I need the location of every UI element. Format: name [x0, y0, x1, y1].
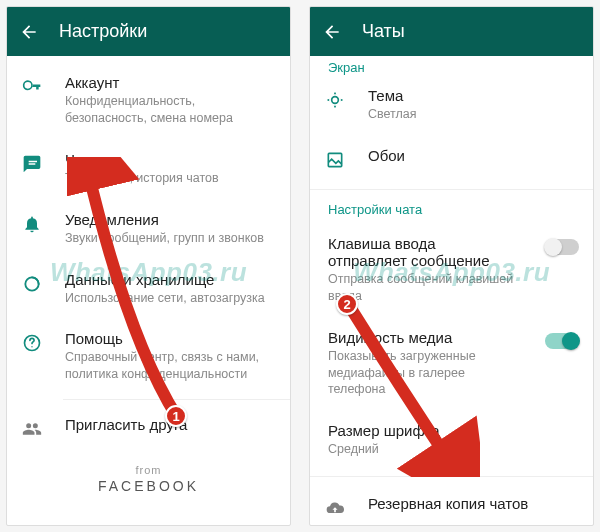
item-label: Пригласить друга — [65, 416, 276, 433]
theme-icon — [324, 89, 346, 111]
item-subtitle: Использование сети, автозагрузка — [65, 290, 276, 307]
item-label: Данные и хранилище — [65, 271, 276, 288]
key-icon — [21, 76, 43, 98]
settings-list: Аккаунт Конфиденциальность, безопасность… — [7, 56, 290, 525]
settings-item-data[interactable]: Данные и хранилище Использование сети, а… — [7, 259, 290, 319]
item-subtitle: Показывать загруженные медиафайлы в гале… — [328, 348, 517, 399]
toggle-media-visibility[interactable] — [545, 333, 579, 349]
wallpaper-icon — [324, 149, 346, 171]
item-label: Помощь — [65, 330, 276, 347]
from-label: from — [7, 464, 290, 476]
theme-row[interactable]: Тема Светлая — [310, 75, 593, 135]
appbar: Настройки — [7, 7, 290, 56]
facebook-label: FACEBOOK — [7, 478, 290, 494]
item-label: Размер шрифта — [328, 422, 579, 439]
cloud-upload-icon — [324, 497, 346, 519]
settings-screen: Настройки Аккаунт Конфиденциальность, бе… — [6, 6, 291, 526]
item-label: Уведомления — [65, 211, 276, 228]
item-subtitle: Справочный центр, связь с нами, политика… — [65, 349, 276, 383]
font-size-row[interactable]: Размер шрифта Средний — [310, 410, 593, 470]
section-chat-settings: Настройки чата — [310, 196, 593, 223]
settings-item-notifications[interactable]: Уведомления Звуки сообщений, групп и зво… — [7, 199, 290, 259]
chats-settings-list: Экран Тема Светлая Обои Настройки чата К… — [310, 56, 593, 525]
svg-point-2 — [31, 346, 32, 347]
item-label: Аккаунт — [65, 74, 276, 91]
wallpaper-row[interactable]: Обои — [310, 135, 593, 183]
item-label: Резервная копия чатов — [368, 495, 579, 512]
appbar: Чаты — [310, 7, 593, 56]
from-facebook: from FACEBOOK — [7, 452, 290, 512]
item-subtitle: Звуки сообщений, групп и звонков — [65, 230, 276, 247]
chat-icon — [21, 153, 43, 175]
data-usage-icon — [21, 273, 43, 295]
appbar-title: Настройки — [59, 21, 147, 42]
item-subtitle: Отправка сообщений клавишей ввода — [328, 271, 517, 305]
toggle-enter-sends[interactable] — [545, 239, 579, 255]
settings-item-invite[interactable]: Пригласить друга — [7, 404, 290, 452]
people-icon — [21, 418, 43, 440]
media-visibility-row[interactable]: Видимость медиа Показывать загруженные м… — [310, 317, 593, 411]
back-icon[interactable] — [19, 22, 39, 42]
back-icon[interactable] — [322, 22, 342, 42]
item-label: Тема — [368, 87, 579, 104]
item-label: Видимость медиа — [328, 329, 517, 346]
bell-icon — [21, 213, 43, 235]
item-subtitle: Тема, обои, история чатов — [65, 170, 276, 187]
item-label: Чаты — [65, 151, 276, 168]
enter-sends-row[interactable]: Клавиша ввода отправляет сообщение Отпра… — [310, 223, 593, 317]
item-value: Светлая — [368, 106, 579, 123]
settings-item-chats[interactable]: Чаты Тема, обои, история чатов — [7, 139, 290, 199]
help-icon — [21, 332, 43, 354]
item-subtitle: Конфиденциальность, безопасность, смена … — [65, 93, 276, 127]
chats-settings-screen: Чаты Экран Тема Светлая Обои Настройки ч… — [309, 6, 594, 526]
divider — [63, 399, 290, 400]
item-label: Обои — [368, 147, 579, 164]
backup-row[interactable]: Резервная копия чатов — [310, 483, 593, 525]
appbar-title: Чаты — [362, 21, 405, 42]
item-label: Клавиша ввода отправляет сообщение — [328, 235, 517, 269]
settings-item-help[interactable]: Помощь Справочный центр, связь с нами, п… — [7, 318, 290, 395]
section-screen: Экран — [310, 58, 593, 75]
settings-item-account[interactable]: Аккаунт Конфиденциальность, безопасность… — [7, 62, 290, 139]
item-value: Средний — [328, 441, 579, 458]
